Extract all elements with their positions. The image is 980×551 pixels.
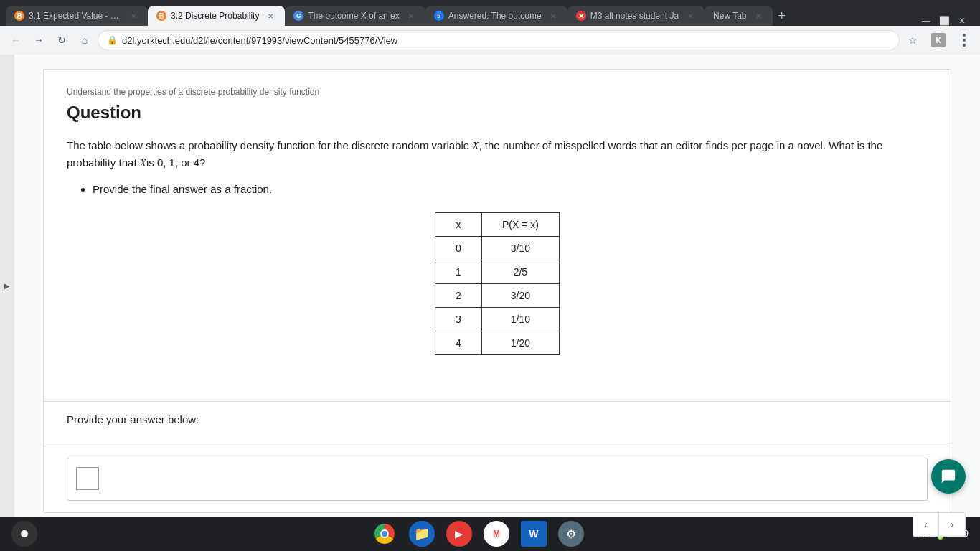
- tab-label-1: 3.1 Expected Value - Pro: [29, 11, 122, 21]
- question-text-part1: The table below shows a probability dens…: [67, 139, 469, 151]
- taskbar: 📁 ▶ M W ⚙ ▲ 🔋 9:49: [0, 517, 980, 551]
- table-cell-x: 2: [435, 284, 482, 308]
- tab-label-5: M3 all notes student Ja: [590, 11, 679, 21]
- forward-button[interactable]: →: [29, 30, 49, 50]
- table-cell-px: 1/10: [481, 308, 559, 331]
- main-content: Understand the properties of a discrete …: [14, 55, 980, 517]
- question-subtitle: Understand the properties of a discrete …: [67, 87, 928, 97]
- extension-icon[interactable]: K: [931, 33, 946, 47]
- math-var-x2: X: [140, 157, 146, 169]
- back-button[interactable]: ←: [6, 30, 26, 50]
- probability-table: x P(X = x) 03/1012/523/2031/1041/20: [435, 212, 560, 355]
- tab-close-4[interactable]: ✕: [547, 10, 559, 22]
- tab-close-1[interactable]: ✕: [128, 10, 139, 22]
- table-cell-x: 3: [435, 308, 482, 331]
- table-container: x P(X = x) 03/1012/523/2031/1041/20: [67, 212, 928, 355]
- home-button[interactable]: ⌂: [75, 30, 95, 50]
- chat-icon: [941, 468, 956, 484]
- word-taskbar-icon[interactable]: W: [521, 521, 547, 547]
- tab-discrete-probability[interactable]: B 3.2 Discrete Probability ✕: [148, 6, 285, 26]
- tab-close-6[interactable]: ✕: [753, 10, 764, 22]
- prev-button[interactable]: ‹: [913, 513, 939, 536]
- question-text: The table below shows a probability dens…: [67, 137, 928, 171]
- url-bar[interactable]: 🔒 d2l.yorktech.edu/d2l/le/content/971993…: [98, 30, 900, 50]
- minimize-button[interactable]: —: [922, 16, 930, 26]
- tab-close-5[interactable]: ✕: [684, 10, 696, 22]
- table-cell-x: 4: [435, 331, 482, 355]
- answer-label: Provide your answer below:: [67, 413, 928, 425]
- tab-label-3: The outcome X of an ex: [308, 11, 399, 21]
- table-cell-px: 3/10: [481, 237, 559, 260]
- lock-icon: 🔒: [107, 35, 118, 45]
- chat-button[interactable]: [931, 459, 966, 494]
- question-title: Question: [67, 103, 928, 123]
- answer-section: Provide your answer below:: [44, 401, 951, 446]
- tab-answered[interactable]: b Answered: The outcome ✕: [425, 6, 567, 26]
- page-container: ▶ Understand the properties of a discret…: [0, 55, 980, 517]
- menu-dot-3: [963, 44, 966, 47]
- table-cell-px: 2/5: [481, 260, 559, 284]
- browser-window: B 3.1 Expected Value - Pro ✕ B 3.2 Discr…: [0, 0, 980, 551]
- chrome-wheel: [374, 524, 395, 544]
- tab-new-tab[interactable]: New Tab ✕: [705, 6, 772, 26]
- question-text-part3: is 0, 1, or 4?: [146, 156, 206, 169]
- table-row: 23/20: [435, 284, 560, 308]
- chrome-center: [380, 529, 389, 538]
- close-button[interactable]: ✕: [958, 16, 966, 26]
- tab-bar: B 3.1 Expected Value - Pro ✕ B 3.2 Discr…: [0, 0, 980, 26]
- question-card: Understand the properties of a discrete …: [43, 69, 951, 513]
- maximize-button[interactable]: ⬜: [939, 16, 950, 26]
- files-taskbar-icon[interactable]: 📁: [409, 521, 435, 547]
- window-controls: — ⬜ ✕: [913, 16, 974, 26]
- table-cell-px: 1/20: [481, 331, 559, 355]
- next-button[interactable]: ›: [939, 513, 965, 536]
- tab-label-6: New Tab: [713, 11, 746, 21]
- youtube-taskbar-icon[interactable]: ▶: [446, 521, 472, 547]
- sidebar-toggle[interactable]: ▶: [0, 55, 14, 517]
- table-cell-x: 0: [435, 237, 482, 260]
- settings-taskbar-icon[interactable]: ⚙: [558, 521, 584, 547]
- col-header-px: P(X = x): [481, 213, 559, 237]
- question-body: Understand the properties of a discrete …: [44, 70, 951, 401]
- menu-dot-1: [963, 34, 966, 37]
- url-text: d2l.yorktech.edu/d2l/le/content/971993/v…: [122, 35, 397, 46]
- answer-box[interactable]: [67, 458, 928, 501]
- chrome-taskbar-icon[interactable]: [372, 521, 397, 547]
- tab-label-4: Answered: The outcome: [448, 11, 542, 21]
- tab-icon-5: ✕: [576, 11, 586, 21]
- tab-m3-notes[interactable]: ✕ M3 all notes student Ja ✕: [567, 6, 705, 26]
- tab-expected-value[interactable]: B 3.1 Expected Value - Pro ✕: [6, 6, 148, 26]
- fraction-input-box[interactable]: [76, 467, 99, 490]
- table-cell-px: 3/20: [481, 284, 559, 308]
- bookmark-button[interactable]: ☆: [903, 30, 923, 50]
- new-tab-button[interactable]: +: [773, 6, 792, 26]
- table-header-row: x P(X = x): [435, 213, 560, 237]
- menu-dot-2: [963, 39, 966, 42]
- table-row: 03/10: [435, 237, 560, 260]
- taskbar-center: 📁 ▶ M W ⚙: [372, 521, 584, 547]
- tab-icon-1: B: [14, 11, 24, 21]
- tab-close-3[interactable]: ✕: [405, 10, 417, 22]
- chrome-menu-button[interactable]: [954, 30, 974, 50]
- record-dot: [21, 530, 28, 537]
- address-bar: ← → ↻ ⌂ 🔒 d2l.yorktech.edu/d2l/le/conten…: [0, 26, 980, 55]
- nav-arrows: ‹ ›: [913, 512, 966, 537]
- bullet-list: Provide the final answer as a fraction.: [67, 183, 928, 195]
- gmail-taskbar-icon[interactable]: M: [484, 521, 509, 547]
- tab-outcome-x[interactable]: G The outcome X of an ex ✕: [285, 6, 425, 26]
- table-body: 03/1012/523/2031/1041/20: [435, 237, 560, 355]
- bullet-item-1: Provide the final answer as a fraction.: [93, 183, 928, 195]
- table-cell-x: 1: [435, 260, 482, 284]
- table-row: 41/20: [435, 331, 560, 355]
- taskbar-left: [11, 521, 37, 547]
- extension-area: K: [925, 33, 951, 47]
- tab-label-2: 3.2 Discrete Probability: [171, 11, 259, 21]
- tab-icon-4: b: [434, 11, 444, 21]
- record-button[interactable]: [11, 521, 37, 547]
- reload-button[interactable]: ↻: [52, 30, 72, 50]
- table-row: 12/5: [435, 260, 560, 284]
- tab-icon-2: B: [156, 11, 166, 21]
- answer-input-area: [44, 446, 951, 512]
- tab-close-2[interactable]: ✕: [265, 10, 276, 22]
- col-header-x: x: [435, 213, 482, 237]
